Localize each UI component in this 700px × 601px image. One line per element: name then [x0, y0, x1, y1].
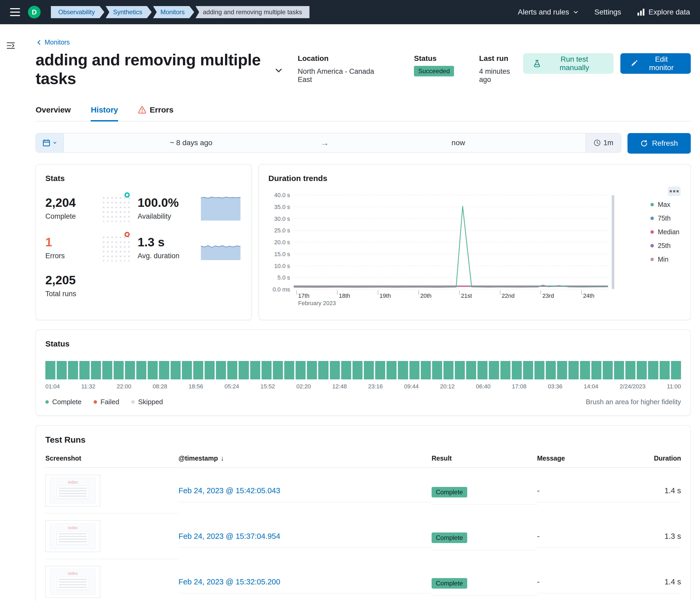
status-bar[interactable] [318, 361, 328, 380]
status-bar[interactable] [671, 361, 681, 380]
legend-item-75th[interactable]: 75th [650, 214, 679, 222]
timestamp-link[interactable]: Feb 24, 2023 @ 15:32:05.200 [178, 578, 280, 586]
end-date-button[interactable]: now [331, 133, 586, 152]
thumb-line [59, 579, 87, 580]
status-bar[interactable] [546, 361, 556, 380]
status-bar[interactable] [648, 361, 658, 380]
status-bar[interactable] [284, 361, 294, 380]
timestamp-link[interactable]: Feb 24, 2023 @ 15:37:04.954 [178, 532, 280, 541]
status-bar[interactable] [57, 361, 67, 380]
space-avatar[interactable]: D [28, 6, 41, 19]
status-bar[interactable] [500, 361, 510, 380]
back-to-monitors-link[interactable]: Monitors [35, 38, 70, 46]
status-bar[interactable] [171, 361, 181, 380]
status-bars[interactable] [45, 361, 681, 380]
tab-errors[interactable]: Errors [138, 105, 174, 121]
status-bar[interactable] [375, 361, 385, 380]
status-bar[interactable] [580, 361, 590, 380]
status-bar[interactable] [477, 361, 488, 380]
legend-options-icon[interactable] [668, 186, 680, 196]
status-bar[interactable] [660, 361, 670, 380]
status-bar[interactable] [591, 361, 601, 380]
nav-explore-data[interactable]: Explore data [637, 8, 690, 16]
status-bar[interactable] [250, 361, 260, 380]
status-bar[interactable] [227, 361, 237, 380]
status-bar[interactable] [466, 361, 476, 380]
status-bar[interactable] [114, 361, 124, 380]
status-bar[interactable] [625, 361, 635, 380]
status-bar[interactable] [364, 361, 374, 380]
status-bar[interactable] [182, 361, 192, 380]
timestamp-link[interactable]: Feb 24, 2023 @ 15:42:05.043 [178, 487, 280, 495]
nav-alerts-and-rules[interactable]: Alerts and rules [518, 8, 579, 16]
legend-item-min[interactable]: Min [650, 256, 679, 263]
column-header-screenshot: Screenshot [45, 454, 178, 468]
title-chevron-down-icon[interactable] [274, 66, 283, 76]
status-bar[interactable] [273, 361, 283, 380]
refresh-button[interactable]: Refresh [627, 133, 691, 154]
status-bar[interactable] [296, 361, 306, 380]
status-bar[interactable] [307, 361, 317, 380]
status-bar[interactable] [432, 361, 442, 380]
refresh-interval-button[interactable]: 1m [585, 133, 621, 152]
status-bar[interactable] [261, 361, 272, 380]
run-test-button[interactable]: Run test manually [523, 53, 614, 74]
status-bar[interactable] [330, 361, 340, 380]
calendar-button[interactable] [36, 133, 64, 152]
status-bar[interactable] [455, 361, 465, 380]
status-bar[interactable] [45, 361, 55, 380]
status-bar[interactable] [569, 361, 578, 380]
status-bar[interactable] [534, 361, 545, 380]
breadcrumb-item[interactable]: Observability [51, 6, 104, 18]
svg-text:35.0 s: 35.0 s [274, 204, 290, 210]
nav-settings[interactable]: Settings [595, 8, 621, 16]
screenshot-thumbnail[interactable]: todos [45, 566, 100, 598]
legend-item-median[interactable]: Median [650, 228, 679, 236]
breadcrumb-item[interactable]: Monitors [153, 6, 194, 18]
status-bar[interactable] [489, 361, 499, 380]
status-bar[interactable] [614, 361, 624, 380]
status-bar[interactable] [79, 361, 90, 380]
status-axis-label: 2/24/2023 [620, 383, 645, 390]
status-bar[interactable] [341, 361, 351, 380]
status-bar[interactable] [352, 361, 362, 380]
status-bar[interactable] [136, 361, 146, 380]
status-bar[interactable] [444, 361, 453, 380]
status-bar[interactable] [148, 361, 158, 380]
duration-trends-panel: Duration trends 40.0 s35.0 s30.0 s25.0 s… [259, 164, 691, 320]
edit-monitor-button[interactable]: Edit monitor [620, 53, 691, 74]
status-bar[interactable] [68, 361, 78, 380]
status-bar[interactable] [386, 361, 397, 380]
sort-descending-icon[interactable]: ↓ [220, 454, 224, 463]
menu-icon[interactable] [10, 8, 20, 16]
thumbnail-app-title: todos [68, 480, 78, 484]
brush-hint: Brush an area for higher fidelity [586, 398, 681, 406]
status-bar[interactable] [239, 361, 249, 380]
start-date-button[interactable]: ~ 8 days ago [64, 133, 319, 152]
status-bar[interactable] [398, 361, 408, 380]
status-bar[interactable] [159, 361, 169, 380]
tab-overview[interactable]: Overview [35, 105, 71, 121]
status-bar[interactable] [409, 361, 420, 380]
legend-item-max[interactable]: Max [650, 201, 679, 208]
tab-history[interactable]: History [91, 105, 118, 121]
dock-navigation-icon[interactable] [6, 41, 15, 51]
status-bar[interactable] [193, 361, 203, 380]
status-bar[interactable] [523, 361, 533, 380]
breadcrumb-item[interactable]: Synthetics [106, 6, 152, 18]
status-bar[interactable] [421, 361, 431, 380]
stats-panel: Stats 2,204 Complete 100.0% Availability… [35, 164, 252, 320]
status-bar[interactable] [91, 361, 101, 380]
status-bar[interactable] [637, 361, 647, 380]
legend-item-25th[interactable]: 25th [650, 242, 679, 250]
screenshot-thumbnail[interactable]: todos [45, 520, 100, 552]
status-bar[interactable] [216, 361, 226, 380]
status-bar[interactable] [102, 361, 112, 380]
status-bar[interactable] [512, 361, 522, 380]
status-bar[interactable] [557, 361, 567, 380]
column-header-timestamp[interactable]: @timestamp↓ [178, 454, 432, 468]
status-bar[interactable] [125, 361, 135, 380]
status-bar[interactable] [603, 361, 613, 380]
status-bar[interactable] [205, 361, 215, 380]
screenshot-thumbnail[interactable]: todos [45, 475, 100, 506]
